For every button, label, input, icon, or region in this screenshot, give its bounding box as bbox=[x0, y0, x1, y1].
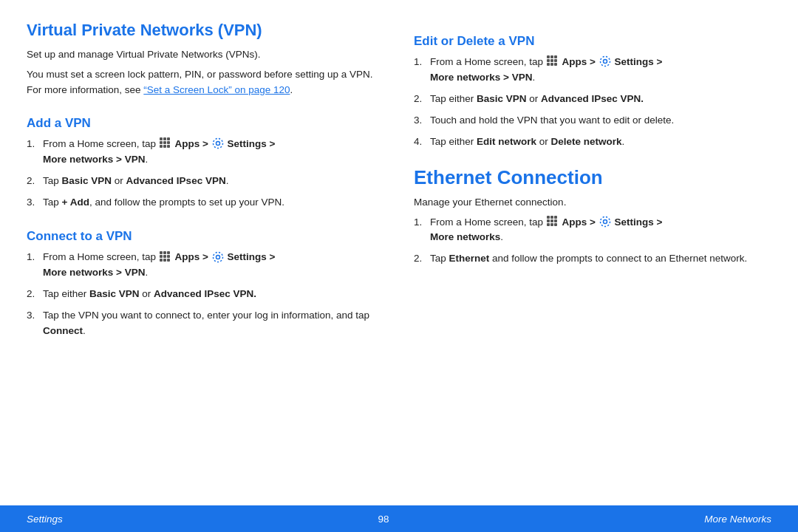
apps-dots bbox=[547, 55, 557, 66]
footer: Settings 98 More Networks bbox=[0, 505, 798, 532]
settings-icon bbox=[212, 137, 224, 149]
footer-left: Settings bbox=[27, 514, 63, 525]
apps-dots bbox=[160, 137, 170, 148]
settings-icon bbox=[212, 251, 224, 263]
settings-label: Settings > bbox=[615, 216, 663, 228]
settings-label: Settings > bbox=[228, 251, 276, 262]
more-networks-vpn: More networks > VPN bbox=[43, 154, 145, 165]
apps-dots bbox=[160, 251, 170, 262]
step-content: From a Home screen, tap Apps > bbox=[430, 55, 771, 86]
advanced-ipsec: Advanced IPsec VPN. bbox=[541, 93, 644, 104]
apps-icon bbox=[160, 251, 171, 263]
step-content: From a Home screen, tap Apps > bbox=[430, 215, 771, 246]
svg-point-7 bbox=[600, 216, 610, 226]
connect-vpn-step-1: 1. From a Home screen, tap Apps > bbox=[27, 250, 384, 281]
delete-network: Delete network bbox=[551, 136, 622, 147]
advanced-ipsec: Advanced IPsec VPN bbox=[126, 175, 226, 186]
step-num: 1. bbox=[414, 215, 426, 246]
right-column: Edit or Delete a VPN 1. From a Home scre… bbox=[414, 21, 771, 491]
basic-vpn: Basic VPN bbox=[89, 288, 140, 299]
step-num: 3. bbox=[414, 113, 426, 129]
apps-icon bbox=[160, 137, 171, 149]
step-num: 3. bbox=[27, 195, 38, 211]
svg-point-3 bbox=[213, 252, 222, 262]
left-column: Virtual Private Networks (VPN) Set up an… bbox=[27, 21, 384, 491]
step-content: Tap Ethernet and follow the prompts to c… bbox=[430, 251, 771, 267]
step-num: 2. bbox=[27, 287, 38, 302]
svg-point-2 bbox=[216, 255, 219, 259]
main-content: Virtual Private Networks (VPN) Set up an… bbox=[0, 0, 798, 505]
connect-vpn-step-3: 3. Tap the VPN you want to connect to, e… bbox=[27, 308, 384, 339]
ethernet-intro: Manage your Ethernet connection. bbox=[414, 195, 771, 211]
add-vpn-step-1: 1. From a Home screen, tap Apps > bbox=[27, 137, 384, 168]
step-content: Tap the VPN you want to connect to, ente… bbox=[43, 308, 384, 339]
footer-page: 98 bbox=[378, 514, 389, 525]
connect-vpn-title: Connect to a VPN bbox=[27, 229, 384, 244]
svg-point-0 bbox=[216, 142, 219, 146]
step-num: 4. bbox=[414, 134, 426, 150]
edit-vpn-step-3: 3. Touch and hold the VPN that you want … bbox=[414, 113, 771, 129]
edit-vpn-step-4: 4. Tap either Edit network or Delete net… bbox=[414, 134, 771, 150]
edit-network: Edit network bbox=[477, 136, 536, 147]
settings-label: Settings > bbox=[615, 56, 663, 67]
step-num: 3. bbox=[27, 308, 38, 339]
ethernet-title: Ethernet Connection bbox=[414, 166, 771, 189]
add-vpn-step-3: 3. Tap + Add, and follow the prompts to … bbox=[27, 195, 384, 211]
advanced-ipsec: Advanced IPsec VPN. bbox=[154, 288, 256, 299]
apps-label: Apps > bbox=[175, 251, 208, 262]
apps-icon bbox=[547, 55, 559, 67]
step-num: 2. bbox=[27, 174, 38, 189]
step-num: 1. bbox=[27, 137, 38, 168]
basic-vpn: Basic VPN bbox=[62, 175, 112, 186]
basic-vpn: Basic VPN bbox=[477, 93, 527, 104]
edit-vpn-title: Edit or Delete a VPN bbox=[414, 34, 771, 49]
step-content: Touch and hold the VPN that you want to … bbox=[430, 113, 771, 129]
add-vpn-list: 1. From a Home screen, tap Apps > bbox=[27, 137, 384, 216]
ethernet-step-2: 2. Tap Ethernet and follow the prompts t… bbox=[414, 251, 771, 267]
step-content: Tap Basic VPN or Advanced IPsec VPN. bbox=[43, 174, 384, 189]
ethernet-label: Ethernet bbox=[449, 253, 490, 264]
edit-vpn-step-2: 2. Tap either Basic VPN or Advanced IPse… bbox=[414, 92, 771, 107]
svg-point-4 bbox=[603, 60, 607, 64]
step-content: From a Home screen, tap Apps > bbox=[43, 250, 384, 281]
more-networks-vpn: More networks > VPN bbox=[430, 72, 532, 83]
page-title: Virtual Private Networks (VPN) bbox=[27, 21, 384, 40]
step-content: Tap either Basic VPN or Advanced IPsec V… bbox=[430, 92, 771, 107]
step-content: Tap either Basic VPN or Advanced IPsec V… bbox=[43, 287, 384, 302]
edit-vpn-step-1: 1. From a Home screen, tap Apps > bbox=[414, 55, 771, 86]
apps-dots bbox=[547, 216, 557, 226]
svg-point-6 bbox=[603, 219, 607, 223]
connect-vpn-step-2: 2. Tap either Basic VPN or Advanced IPse… bbox=[27, 287, 384, 302]
ethernet-list: 1. From a Home screen, tap Apps > bbox=[414, 215, 771, 273]
step-content: Tap either Edit network or Delete networ… bbox=[430, 134, 771, 150]
step-num: 2. bbox=[414, 92, 426, 107]
intro-text-1: Set up and manage Virtual Private Networ… bbox=[27, 47, 384, 63]
screen-lock-link[interactable]: “Set a Screen Lock” on page 120 bbox=[143, 84, 290, 95]
step-num: 2. bbox=[414, 251, 426, 267]
apps-label: Apps > bbox=[175, 138, 208, 149]
settings-icon bbox=[599, 216, 611, 228]
connect-vpn-list: 1. From a Home screen, tap Apps > bbox=[27, 250, 384, 345]
step-num: 1. bbox=[414, 55, 426, 86]
settings-icon bbox=[599, 55, 611, 67]
step-num: 1. bbox=[27, 250, 38, 281]
intro-text-2-end: . bbox=[290, 84, 293, 95]
step-content: Tap + Add, and follow the prompts to set… bbox=[43, 195, 384, 211]
svg-point-5 bbox=[600, 57, 610, 66]
add-vpn-title: Add a VPN bbox=[27, 116, 384, 131]
more-networks-vpn: More networks > VPN bbox=[43, 267, 145, 278]
apps-label: Apps > bbox=[562, 216, 596, 228]
edit-vpn-list: 1. From a Home screen, tap Apps > bbox=[414, 55, 771, 156]
connect-label: Connect bbox=[43, 325, 83, 336]
more-networks-label: More networks bbox=[430, 231, 500, 242]
plus-add: + Add bbox=[62, 197, 89, 208]
intro-text-2: You must set a screen lock pattern, PIN,… bbox=[27, 67, 384, 98]
svg-point-1 bbox=[213, 139, 222, 149]
ethernet-step-1: 1. From a Home screen, tap Apps > bbox=[414, 215, 771, 246]
apps-icon bbox=[547, 216, 559, 228]
apps-label: Apps > bbox=[562, 56, 596, 67]
step-content: From a Home screen, tap Apps > bbox=[43, 137, 384, 168]
settings-label: Settings > bbox=[228, 138, 276, 149]
footer-right: More Networks bbox=[704, 514, 771, 525]
add-vpn-step-2: 2. Tap Basic VPN or Advanced IPsec VPN. bbox=[27, 174, 384, 189]
